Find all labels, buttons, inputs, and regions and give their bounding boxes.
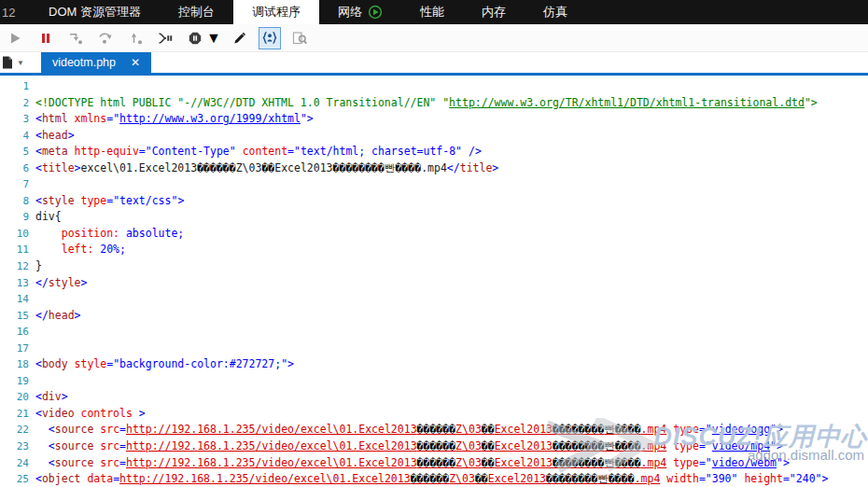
line-number[interactable]: 19: [0, 373, 35, 390]
code-line: 8<style type="text/css">: [0, 193, 868, 210]
code-text: left: 20%;: [35, 242, 126, 258]
line-number[interactable]: 1: [0, 78, 35, 95]
line-number[interactable]: 5: [0, 144, 35, 160]
code-text: </head>: [35, 308, 81, 325]
break-on-new-worker-button[interactable]: [154, 27, 176, 49]
code-line: 22 <source src=http://192.168.1.235/vide…: [0, 422, 868, 438]
line-number[interactable]: 3: [0, 111, 35, 128]
line-number[interactable]: 4: [0, 128, 35, 145]
step-out-icon: [128, 32, 143, 45]
code-text: <head>: [35, 128, 75, 145]
devtools-tab-4[interactable]: 性能: [401, 0, 463, 24]
find-in-files-icon: [292, 32, 307, 45]
line-number[interactable]: 25: [0, 471, 35, 487]
line-number[interactable]: 6: [0, 160, 35, 177]
just-my-code-button[interactable]: [259, 27, 281, 49]
devtools-tab-0[interactable]: DOM 资源管理器: [30, 0, 160, 24]
line-number[interactable]: 18: [0, 356, 35, 373]
line-number[interactable]: 12: [0, 258, 35, 275]
devtools-tab-label: 仿真: [543, 4, 567, 21]
code-line: 21<video controls >: [0, 406, 868, 423]
code-line: 15</head>: [0, 308, 868, 325]
code-line: 9div{: [0, 209, 868, 226]
code-line: 1: [0, 78, 868, 95]
step-over-icon: [98, 32, 113, 45]
line-number[interactable]: 23: [0, 438, 35, 455]
code-text: <source src=http://192.168.1.235/video/e…: [35, 455, 790, 472]
line-number[interactable]: 8: [0, 193, 35, 210]
code-line: 5<meta http-equiv="Content-Type" content…: [0, 144, 868, 160]
devtools-tab-1[interactable]: 控制台: [160, 0, 233, 24]
close-icon[interactable]: ✕: [131, 57, 140, 68]
code-line: 16: [0, 324, 868, 341]
step-over-button[interactable]: [94, 27, 117, 49]
devtools-tab-label: DOM 资源管理器: [49, 4, 141, 21]
devtools-tab-label: 调试程序: [252, 4, 301, 21]
line-number[interactable]: 11: [0, 242, 35, 258]
step-into-icon: [68, 32, 83, 45]
code-text: <source src=http://192.168.1.235/video/e…: [35, 422, 783, 438]
code-line: 17: [0, 341, 868, 357]
line-number[interactable]: 20: [0, 389, 35, 406]
step-into-button[interactable]: [64, 27, 87, 49]
open-document-picker[interactable]: ▼: [0, 52, 30, 73]
code-text: <source src=http://192.168.1.235/video/e…: [35, 438, 783, 455]
continue-icon: [9, 32, 22, 45]
line-number[interactable]: 7: [0, 176, 35, 193]
line-number[interactable]: 10: [0, 226, 35, 243]
continue-button[interactable]: [5, 27, 27, 49]
debugger-toolbar: ▼: [0, 24, 868, 52]
code-text: }: [35, 258, 42, 275]
line-number[interactable]: 24: [0, 455, 35, 472]
find-in-files-button[interactable]: [288, 27, 311, 49]
devtools-tab-label: 网络: [338, 4, 362, 21]
devtools-tab-3[interactable]: 网络: [319, 0, 401, 24]
just-my-code-icon: [261, 31, 278, 45]
break-button[interactable]: [35, 27, 57, 49]
devtools-tab-nav: DOM 资源管理器控制台调试程序网络性能内存仿真: [30, 0, 586, 24]
devtools-tab-bar: 12 DOM 资源管理器控制台调试程序网络性能内存仿真: [0, 0, 868, 24]
line-number[interactable]: 21: [0, 406, 35, 423]
chevron-down-icon: ▼: [17, 59, 24, 67]
exception-control-icon: [189, 32, 202, 45]
line-number[interactable]: 14: [0, 291, 35, 308]
line-number[interactable]: 16: [0, 324, 35, 341]
step-out-button[interactable]: [124, 27, 147, 49]
window-label: 12: [0, 0, 30, 24]
code-text: position: absolute;: [35, 226, 184, 243]
code-text: </style>: [35, 275, 87, 292]
devtools-tab-5[interactable]: 内存: [463, 0, 525, 24]
exception-control-button[interactable]: [184, 27, 206, 49]
devtools-tab-label: 控制台: [178, 4, 215, 21]
code-line: 23 <source src=http://192.168.1.235/vide…: [0, 438, 868, 455]
play-circle-icon: [368, 5, 383, 20]
line-number[interactable]: 2: [0, 95, 35, 112]
file-tab-label: videotm.php: [52, 56, 116, 69]
chevron-down-icon[interactable]: ▼: [206, 30, 221, 47]
pretty-print-button[interactable]: [229, 27, 251, 49]
code-line: 19: [0, 373, 868, 390]
line-number[interactable]: 9: [0, 209, 35, 226]
devtools-tab-6[interactable]: 仿真: [525, 0, 586, 24]
code-text: <object data=http://192.168.1.235/video/…: [35, 471, 828, 487]
code-line: 24 <source src=http://192.168.1.235/vide…: [0, 455, 868, 472]
file-tab-strip: ▼ videotm.php ✕: [0, 52, 868, 76]
line-number[interactable]: 17: [0, 341, 35, 357]
code-text: <!DOCTYPE html PUBLIC "-//W3C//DTD XHTML…: [35, 95, 818, 112]
line-number[interactable]: 13: [0, 275, 35, 292]
line-number[interactable]: 15: [0, 308, 35, 325]
line-number[interactable]: 22: [0, 422, 35, 438]
code-text: <html xmlns="http://www.w3.org/1999/xhtm…: [35, 111, 314, 128]
file-tab-videotm[interactable]: videotm.php ✕: [41, 52, 151, 73]
devtools-tab-2[interactable]: 调试程序: [233, 0, 319, 24]
code-area[interactable]: 12<!DOCTYPE html PUBLIC "-//W3C//DTD XHT…: [0, 78, 868, 487]
code-line: 2<!DOCTYPE html PUBLIC "-//W3C//DTD XHTM…: [0, 95, 868, 112]
code-line: 3<html xmlns="http://www.w3.org/1999/xht…: [0, 111, 868, 128]
code-line: 4<head>: [0, 128, 868, 145]
code-line: 6<title>excel\01.Excel2013������Z\03��Ex…: [0, 160, 868, 177]
code-text: <style type="text/css">: [35, 193, 184, 210]
code-line: 18<body style="background-color:#272727;…: [0, 356, 868, 373]
document-icon: [2, 56, 13, 69]
code-line: 25<object data=http://192.168.1.235/vide…: [0, 471, 868, 487]
code-line: 7: [0, 176, 868, 193]
